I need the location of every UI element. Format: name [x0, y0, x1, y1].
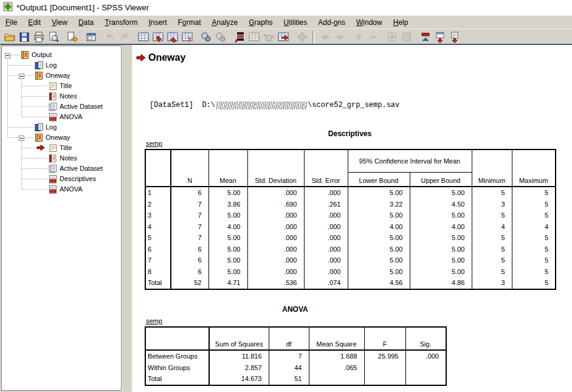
cell: 4.50: [410, 199, 472, 210]
table-icon: [48, 174, 58, 185]
menu-item-help[interactable]: Help: [388, 17, 414, 28]
select-cases-button[interactable]: [232, 30, 247, 44]
insert-title-button[interactable]: [433, 30, 447, 44]
menu-item-view[interactable]: View: [46, 17, 73, 28]
tree-item-active-dataset[interactable]: Active Dataset: [2, 163, 121, 174]
row-label: 2: [145, 199, 171, 210]
title-icon: [48, 81, 58, 92]
book-icon: [34, 133, 44, 143]
find-button[interactable]: [199, 30, 213, 44]
table-row: Total14.67351: [145, 373, 446, 385]
recall-dialogs-button[interactable]: [84, 30, 98, 44]
find-next-button[interactable]: [213, 30, 228, 44]
column-header: Std. Deviation: [247, 150, 304, 187]
insert-plus-button[interactable]: [295, 30, 309, 44]
oneway-heading[interactable]: Oneway: [136, 52, 185, 63]
cell: 51: [269, 373, 309, 385]
title-bar: *Output1 [Document1] - SPSS Viewer: [0, 0, 572, 15]
collapse-button[interactable]: [399, 30, 414, 44]
descriptives-table[interactable]: NMeanStd. DeviationStd. Error95% Confide…: [145, 149, 556, 290]
row-label: Total: [145, 373, 209, 385]
show-item-button[interactable]: [418, 30, 433, 44]
split-file-button[interactable]: [276, 30, 291, 44]
cell: 5.00: [348, 244, 410, 255]
row-label: Within Groups: [145, 362, 209, 374]
goto-data-button[interactable]: [136, 30, 151, 44]
variable-info-button[interactable]: ?: [180, 30, 195, 44]
weight-cases-button[interactable]: [261, 30, 276, 44]
cell: .000: [247, 266, 304, 278]
cell: 2.857: [209, 362, 269, 374]
export-output-button[interactable]: [65, 30, 80, 44]
menu-item-file[interactable]: File: [0, 17, 22, 28]
expand-button[interactable]: [385, 30, 399, 44]
menu-item-data[interactable]: Data: [73, 17, 99, 28]
menu-item-edit[interactable]: Edit: [22, 17, 46, 28]
redo-button[interactable]: [117, 30, 132, 44]
descriptives-caption: semp: [146, 140, 162, 147]
row-label: 4: [145, 221, 171, 233]
insert-text-button[interactable]: [447, 30, 462, 44]
pane-splitter[interactable]: [122, 45, 133, 392]
variables-button[interactable]: [165, 30, 180, 44]
anova-title: ANOVA: [145, 305, 446, 314]
use-variable-sets-button[interactable]: [247, 30, 261, 44]
next-item-button[interactable]: [333, 30, 347, 44]
print-preview-button[interactable]: [46, 30, 61, 44]
cell: 5: [472, 187, 512, 199]
tree-item-title[interactable]: Title: [2, 81, 121, 91]
cell: 6: [171, 244, 208, 255]
cell: .000: [304, 221, 348, 233]
tree-item-descriptives[interactable]: Descriptives: [2, 174, 121, 184]
cell: 5.00: [208, 266, 247, 278]
table-row: 375.00.000.0005.005.0055: [145, 210, 556, 221]
tree-item-oneway[interactable]: Oneway: [2, 70, 121, 81]
menu-item-utilities[interactable]: Utilities: [278, 17, 313, 28]
cell: 4.56: [348, 277, 410, 289]
menu-item-insert[interactable]: Insert: [143, 17, 172, 28]
column-header: Mean: [208, 150, 247, 187]
cell: 14.673: [209, 373, 269, 385]
table-row: Within Groups2.85744.065: [145, 362, 446, 374]
tree-item-anova[interactable]: ANOVA: [2, 184, 121, 194]
cell: 1.688: [309, 350, 364, 362]
tree-item-notes[interactable]: Notes: [2, 153, 121, 163]
column-header: Lower Bound: [348, 173, 410, 187]
menu-item-transform[interactable]: Transform: [99, 17, 143, 28]
column-header: F: [364, 327, 405, 350]
cell: 5.00: [208, 255, 247, 266]
undo-button[interactable]: [103, 30, 117, 44]
menu-item-add-ons[interactable]: Add-ons: [312, 17, 351, 28]
tree-item-label: Oneway: [46, 134, 70, 141]
table-row: 665.00.000.0005.005.0055: [145, 244, 556, 255]
menu-item-analyze[interactable]: Analyze: [207, 17, 244, 28]
tree-item-title[interactable]: Title: [2, 143, 121, 153]
cell: .065: [309, 362, 364, 374]
print-button[interactable]: [32, 30, 46, 44]
cell: 5.00: [208, 232, 247, 244]
tree-item-anova[interactable]: ANOVA: [2, 112, 121, 122]
tree-item-log[interactable]: Log: [2, 60, 121, 70]
output-pane: Oneway [DataSet1] D:\\score52_grp_semp.s…: [132, 45, 572, 392]
anova-table[interactable]: Sum of SquaresdfMean SquareFSig.Between …: [145, 326, 447, 386]
tree-item-active-dataset[interactable]: Active Dataset: [2, 101, 121, 112]
previous-item-button[interactable]: [318, 30, 333, 44]
cell: 5: [512, 266, 556, 278]
tree-item-output[interactable]: Output: [2, 50, 121, 60]
promote-button[interactable]: [351, 30, 366, 44]
row-label: 7: [145, 255, 171, 266]
menu-item-window[interactable]: Window: [351, 17, 388, 28]
menu-item-format[interactable]: Format: [173, 17, 207, 28]
demote-button[interactable]: [366, 30, 381, 44]
tree-item-log[interactable]: Log: [2, 122, 121, 132]
open-file-button[interactable]: [2, 30, 17, 44]
save-file-button[interactable]: [17, 30, 32, 44]
goto-case-button[interactable]: [151, 30, 165, 44]
cell: 5.00: [348, 266, 410, 278]
dataset-log-line: [DataSet1] D:\\score52_grp_semp.sav: [150, 101, 399, 109]
tree-item-oneway[interactable]: Oneway: [2, 132, 121, 143]
app-icon[interactable]: [3, 2, 13, 13]
column-header: Std. Error: [304, 150, 348, 187]
tree-item-notes[interactable]: Notes: [2, 91, 121, 101]
menu-item-graphs[interactable]: Graphs: [243, 17, 278, 28]
